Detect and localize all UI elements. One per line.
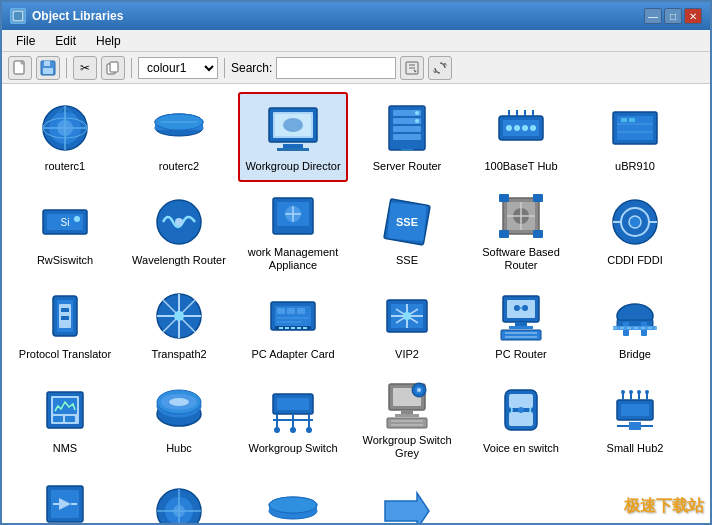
icon-work-management[interactable]: work Management Appliance (238, 186, 348, 276)
software-based-router-icon (493, 190, 549, 242)
svg-point-37 (415, 119, 419, 123)
refresh-button[interactable] (428, 56, 452, 80)
routerc1-icon (37, 100, 93, 156)
svg-point-28 (283, 118, 303, 132)
icon-workgroup-switch-grey[interactable]: Workgroup Switch Grey (352, 374, 462, 464)
vip2-icon (379, 288, 435, 344)
work-management-label: work Management Appliance (244, 246, 342, 272)
svg-rect-30 (277, 148, 309, 151)
icon-ubr910[interactable]: uBR910 (580, 92, 690, 182)
edit-search-button[interactable] (400, 56, 424, 80)
icon-transpath2[interactable]: Transpath2 (124, 280, 234, 370)
icon-server-router[interactable]: Server Router (352, 92, 462, 182)
icon-nms[interactable]: NMS (10, 374, 120, 464)
content-area: routerc1 routerc2 (2, 84, 710, 523)
bridge-label: Bridge (619, 348, 651, 361)
icon-bridge[interactable]: Bridge (580, 280, 690, 370)
search-input[interactable] (276, 57, 396, 79)
icon-item27[interactable] (238, 468, 348, 523)
svg-point-44 (530, 125, 536, 131)
ubr910-icon (607, 100, 663, 156)
server-router-label: Server Router (373, 160, 441, 173)
new-button[interactable] (8, 56, 32, 80)
icon-hubc[interactable]: Hubc (124, 374, 234, 464)
icon-item26[interactable] (124, 468, 234, 523)
svg-point-58 (74, 216, 80, 222)
icon-voice-en-switch[interactable]: Voice en switch (466, 374, 576, 464)
search-label: Search: (231, 61, 272, 75)
wavelength-router-label: Wavelength Router (132, 254, 226, 267)
icon-grid: routerc1 routerc2 (10, 92, 702, 523)
menu-help[interactable]: Help (88, 32, 129, 50)
icon-vip2[interactable]: VIP2 (352, 280, 462, 370)
svg-rect-77 (533, 230, 543, 238)
icon-pc-router[interactable]: PC Router (466, 280, 576, 370)
icon-routerc2[interactable]: routerc2 (124, 92, 234, 182)
icon-grid-container[interactable]: routerc1 routerc2 (2, 84, 710, 523)
copy-button[interactable] (101, 56, 125, 80)
svg-text:Si: Si (61, 217, 70, 228)
workgroup-switch-grey-icon (379, 378, 435, 430)
svg-rect-105 (297, 327, 301, 329)
icon-100baset-hub[interactable]: 100BaseT Hub (466, 92, 576, 182)
wavelength-router-icon (151, 194, 207, 250)
svg-rect-115 (507, 300, 535, 318)
item26-icon (151, 483, 207, 523)
pc-router-label: PC Router (495, 348, 546, 361)
icon-rwsiswitch[interactable]: Si RwSiswitch (10, 186, 120, 276)
icon-software-based-router[interactable]: Software Based Router (466, 186, 576, 276)
icon-workgroup-switch[interactable]: Workgroup Switch (238, 374, 348, 464)
icon-routerc1[interactable]: routerc1 (10, 92, 120, 182)
nms-label: NMS (53, 442, 77, 455)
close-button[interactable]: ✕ (684, 8, 702, 24)
icon-pc-adapter-card[interactable]: PC Adapter Card (238, 280, 348, 370)
svg-rect-98 (297, 308, 305, 314)
protocol-translator-label: Protocol Translator (19, 348, 111, 361)
toolbar: ✂ colour1 Search: (2, 52, 710, 84)
svg-rect-103 (285, 327, 289, 329)
svg-rect-1 (14, 12, 22, 20)
sse-icon: SSE (379, 194, 435, 250)
workgroup-switch-icon (265, 382, 321, 438)
cddi-fddi-label: CDDI FDDI (607, 254, 663, 267)
ubr910-label: uBR910 (615, 160, 655, 173)
svg-point-139 (169, 398, 189, 406)
workgroup-switch-label: Workgroup Switch (248, 442, 337, 455)
icon-cddi-fddi[interactable]: CDDI FDDI (580, 186, 690, 276)
svg-point-41 (506, 125, 512, 131)
svg-rect-173 (629, 422, 641, 430)
svg-point-80 (629, 216, 641, 228)
svg-rect-160 (509, 394, 533, 408)
svg-rect-75 (533, 194, 543, 202)
svg-rect-164 (621, 404, 649, 416)
icon-protocol-translator[interactable]: Protocol Translator (10, 280, 120, 370)
software-based-router-label: Software Based Router (472, 246, 570, 272)
icon-item28[interactable] (352, 468, 462, 523)
hubc-icon (151, 382, 207, 438)
svg-point-147 (290, 427, 296, 433)
transpath2-icon (151, 288, 207, 344)
routerc2-icon (151, 100, 207, 156)
icon-workgroup-director[interactable]: Workgroup Director (238, 92, 348, 182)
icon-wavelength-router[interactable]: Wavelength Router (124, 186, 234, 276)
title-bar: Object Libraries — □ ✕ (2, 2, 710, 30)
svg-rect-134 (65, 416, 75, 422)
hubc-label: Hubc (166, 442, 192, 455)
svg-rect-117 (509, 326, 533, 329)
voice-en-switch-icon (493, 382, 549, 438)
menu-file[interactable]: File (8, 32, 43, 50)
svg-text:SSE: SSE (396, 216, 418, 228)
svg-point-158 (417, 388, 421, 392)
svg-point-43 (522, 125, 528, 131)
icon-sse[interactable]: SSE SSE (352, 186, 462, 276)
icon-small-hub2[interactable]: Small Hub2 (580, 374, 690, 464)
voice-en-switch-label: Voice en switch (483, 442, 559, 455)
maximize-button[interactable]: □ (664, 8, 682, 24)
menu-edit[interactable]: Edit (47, 32, 84, 50)
minimize-button[interactable]: — (644, 8, 662, 24)
cut-button[interactable]: ✂ (73, 56, 97, 80)
colour-dropdown[interactable]: colour1 (138, 57, 218, 79)
window-icon (10, 8, 26, 24)
icon-access-server2[interactable]: Access Server2 (10, 468, 120, 523)
save-button[interactable] (36, 56, 60, 80)
